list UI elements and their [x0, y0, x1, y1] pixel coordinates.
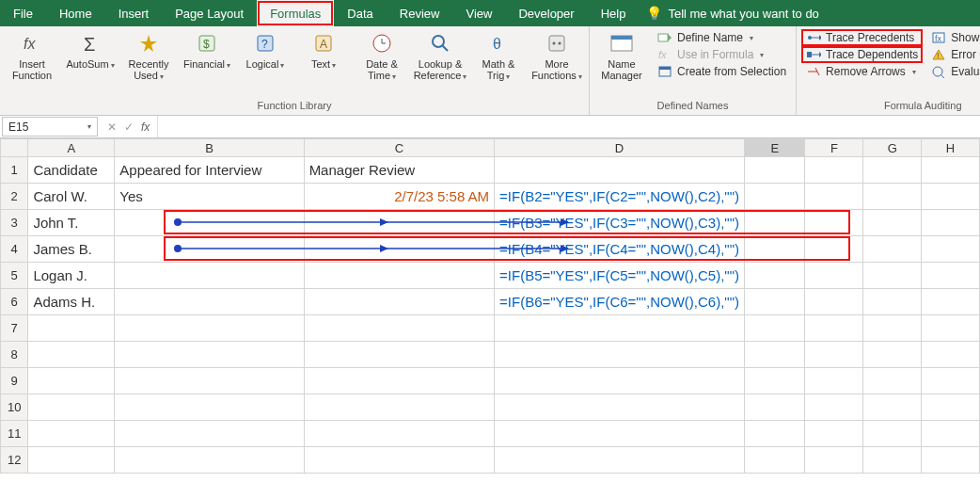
text-button[interactable]: A Text▾	[297, 30, 350, 71]
cell-F3[interactable]	[805, 210, 863, 236]
error-checking-button[interactable]: ! Error Checking▾	[927, 47, 980, 62]
cell-C1[interactable]: Manager Review	[304, 157, 494, 184]
define-name-button[interactable]: Define Name▾	[654, 30, 790, 45]
cell-C10[interactable]	[304, 394, 494, 421]
cell-C7[interactable]	[304, 315, 494, 342]
col-header-H[interactable]: H	[922, 139, 980, 157]
tab-formulas[interactable]: Formulas	[257, 0, 334, 26]
cell-F11[interactable]	[805, 421, 863, 447]
cell-F12[interactable]	[805, 447, 863, 474]
cell-C3[interactable]	[304, 210, 494, 236]
cell-E3[interactable]	[744, 210, 805, 236]
tab-page-layout[interactable]: Page Layout	[162, 0, 257, 26]
cell-F4[interactable]	[805, 236, 863, 263]
cell-G3[interactable]	[863, 210, 922, 236]
cell-H11[interactable]	[922, 421, 980, 447]
financial-button[interactable]: $ Financial▾	[181, 30, 233, 71]
cell-G6[interactable]	[863, 289, 922, 315]
cell-H2[interactable]	[922, 184, 980, 210]
cell-F7[interactable]	[805, 315, 863, 342]
cell-F8[interactable]	[805, 342, 863, 368]
cell-C11[interactable]	[304, 421, 494, 447]
cell-D8[interactable]	[495, 342, 745, 368]
cell-D2[interactable]: =IF(B2="YES",IF(C2="",NOW(),C2),"")	[495, 184, 745, 210]
formula-bar[interactable]	[158, 116, 980, 137]
cell-H4[interactable]	[922, 236, 980, 263]
row-header-7[interactable]: 7	[1, 315, 28, 342]
cell-A10[interactable]	[28, 394, 115, 421]
tab-view[interactable]: View	[452, 0, 505, 26]
cell-A12[interactable]	[28, 447, 115, 474]
col-header-E[interactable]: E	[744, 139, 805, 157]
trace-precedents-button[interactable]: Trace Precedents	[802, 30, 922, 45]
cell-A6[interactable]: Adams H.	[28, 289, 115, 315]
cell-G1[interactable]	[863, 157, 922, 184]
tab-home[interactable]: Home	[46, 0, 105, 26]
cell-D10[interactable]	[495, 394, 745, 421]
cell-H10[interactable]	[922, 394, 980, 421]
cell-A4[interactable]: James B.	[28, 236, 115, 263]
cell-E9[interactable]	[744, 368, 805, 394]
lookup-reference-button[interactable]: Lookup & Reference▾	[414, 30, 466, 82]
cell-E6[interactable]	[744, 289, 805, 315]
cell-B6[interactable]	[115, 289, 304, 315]
cancel-icon[interactable]: ✕	[107, 120, 117, 134]
cell-A11[interactable]	[28, 421, 115, 447]
row-header-1[interactable]: 1	[1, 157, 28, 184]
row-header-5[interactable]: 5	[1, 263, 28, 289]
tab-insert[interactable]: Insert	[105, 0, 163, 26]
cell-C2[interactable]: 2/7/23 5:58 AM	[304, 184, 494, 210]
cell-G11[interactable]	[863, 421, 922, 447]
col-header-F[interactable]: F	[805, 139, 863, 157]
cell-A9[interactable]	[28, 368, 115, 394]
cell-B11[interactable]	[115, 421, 304, 447]
row-header-9[interactable]: 9	[1, 368, 28, 394]
cell-G7[interactable]	[863, 315, 922, 342]
cell-C12[interactable]	[304, 447, 494, 474]
cell-A8[interactable]	[28, 342, 115, 368]
insert-function-button[interactable]: fx Insert Function	[6, 30, 58, 81]
cell-E10[interactable]	[744, 394, 805, 421]
cell-B9[interactable]	[115, 368, 304, 394]
cell-D4[interactable]: =IF(B4="YES",IF(C4="",NOW(),C4),"")	[495, 236, 745, 263]
evaluate-formula-button[interactable]: Evaluate Formula	[927, 64, 980, 79]
fx-icon[interactable]: fx	[141, 120, 150, 134]
cell-F6[interactable]	[805, 289, 863, 315]
cell-H3[interactable]	[922, 210, 980, 236]
more-functions-button[interactable]: More Functions▾	[530, 30, 583, 82]
tab-help[interactable]: Help	[588, 0, 640, 26]
cell-E11[interactable]	[744, 421, 805, 447]
autosum-button[interactable]: Σ AutoSum▾	[64, 30, 117, 71]
cell-A3[interactable]: John T.	[28, 210, 115, 236]
cell-G9[interactable]	[863, 368, 922, 394]
cell-H8[interactable]	[922, 342, 980, 368]
cell-B10[interactable]	[115, 394, 304, 421]
cell-G8[interactable]	[863, 342, 922, 368]
tab-file[interactable]: File	[0, 0, 46, 26]
row-header-4[interactable]: 4	[1, 236, 28, 263]
row-header-2[interactable]: 2	[1, 184, 28, 210]
date-time-button[interactable]: Date & Time▾	[356, 30, 408, 82]
cell-A1[interactable]: Candidate	[28, 157, 115, 184]
row-header-6[interactable]: 6	[1, 289, 28, 315]
cell-E12[interactable]	[744, 447, 805, 474]
name-box[interactable]: E15▾	[2, 117, 98, 137]
col-header-C[interactable]: C	[304, 139, 494, 157]
cell-H1[interactable]	[922, 157, 980, 184]
remove-arrows-button[interactable]: Remove Arrows▾	[802, 64, 922, 79]
cell-E4[interactable]	[744, 236, 805, 263]
cell-C5[interactable]	[304, 263, 494, 289]
cell-B12[interactable]	[115, 447, 304, 474]
cell-B4[interactable]	[115, 236, 304, 263]
cell-G2[interactable]	[863, 184, 922, 210]
cell-D7[interactable]	[495, 315, 745, 342]
cell-G4[interactable]	[863, 236, 922, 263]
show-formulas-button[interactable]: fx Show Formulas	[927, 30, 980, 45]
cell-F5[interactable]	[805, 263, 863, 289]
cell-E7[interactable]	[744, 315, 805, 342]
cell-H12[interactable]	[922, 447, 980, 474]
col-header-D[interactable]: D	[495, 139, 745, 157]
cell-B5[interactable]	[115, 263, 304, 289]
row-header-8[interactable]: 8	[1, 342, 28, 368]
cell-F9[interactable]	[805, 368, 863, 394]
